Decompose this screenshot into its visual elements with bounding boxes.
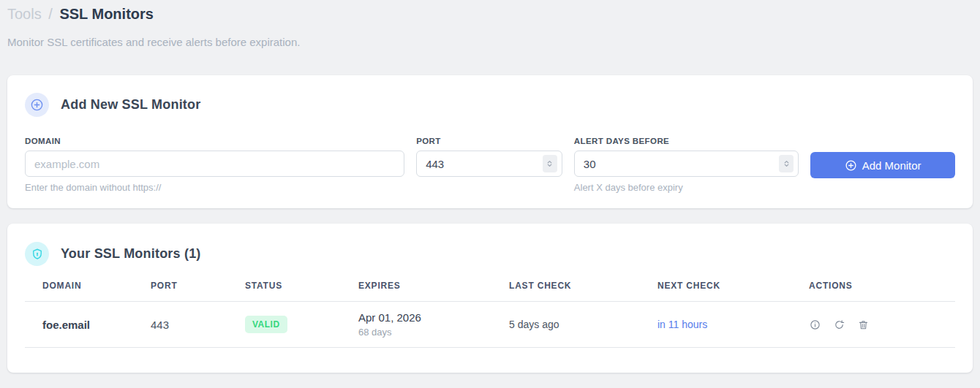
info-icon[interactable] (809, 319, 821, 330)
add-monitor-card-header: Add New SSL Monitor (25, 93, 955, 117)
plus-circle-icon (25, 93, 49, 117)
table-header-row: DOMAIN PORT STATUS EXPIRES LAST CHECK NE… (25, 270, 955, 302)
trash-icon[interactable] (857, 319, 869, 330)
row-actions (809, 319, 949, 330)
plus-circle-icon (845, 159, 857, 172)
page: Tools / SSL Monitors Monitor SSL certifi… (0, 0, 980, 373)
alert-days-hint: Alert X days before expiry (574, 182, 799, 193)
breadcrumb: Tools / SSL Monitors (7, 4, 973, 23)
add-monitor-card-title: Add New SSL Monitor (61, 97, 200, 113)
shield-lock-icon (25, 242, 49, 266)
alert-days-label: ALERT DAYS BEFORE (574, 137, 799, 145)
port-stepper[interactable] (543, 155, 557, 172)
add-monitor-button-label: Add Monitor (862, 159, 921, 172)
monitors-card-title: Your SSL Monitors (1) (61, 246, 201, 262)
alert-days-stepper[interactable] (779, 155, 794, 172)
column-header-status: STATUS (245, 270, 358, 302)
column-header-expires: EXPIRES (358, 270, 509, 302)
monitor-status-cell: VALID (245, 302, 358, 348)
breadcrumb-tools-link[interactable]: Tools (7, 6, 42, 22)
monitors-card-header: Your SSL Monitors (1) (25, 242, 955, 266)
add-monitor-form: DOMAIN Enter the domain without https://… (25, 137, 955, 193)
status-badge: VALID (245, 316, 287, 333)
monitor-actions-cell (809, 302, 955, 348)
domain-input[interactable] (25, 151, 404, 177)
monitor-next-check: in 11 hours (657, 302, 809, 348)
page-subtitle: Monitor SSL certificates and receive ale… (7, 36, 973, 48)
alert-days-field-group: ALERT DAYS BEFORE Alert X days before ex… (574, 137, 799, 193)
breadcrumb-separator: / (48, 6, 53, 22)
column-header-next-check: NEXT CHECK (657, 270, 809, 302)
monitor-domain: foe.email (25, 302, 151, 348)
column-header-actions: ACTIONS (809, 270, 955, 302)
column-header-port: PORT (151, 270, 245, 302)
expires-days-remaining: 68 days (358, 327, 503, 338)
domain-label: DOMAIN (25, 137, 404, 145)
domain-hint: Enter the domain without https:// (25, 182, 404, 193)
refresh-icon[interactable] (833, 319, 845, 330)
monitors-card: Your SSL Monitors (1) DOMAIN PORT STATUS… (7, 224, 973, 373)
column-header-domain: DOMAIN (25, 270, 151, 302)
monitors-table: DOMAIN PORT STATUS EXPIRES LAST CHECK NE… (25, 270, 955, 348)
expires-date: Apr 01, 2026 (358, 311, 503, 324)
alert-days-input[interactable] (574, 151, 799, 177)
domain-field-group: DOMAIN Enter the domain without https:// (25, 137, 404, 193)
page-title: SSL Monitors (59, 6, 154, 22)
port-input[interactable] (416, 151, 562, 177)
monitor-port: 443 (151, 302, 245, 348)
add-monitor-button[interactable]: Add Monitor (810, 152, 955, 178)
column-header-last-check: LAST CHECK (509, 270, 657, 302)
monitor-last-check: 5 days ago (509, 302, 657, 348)
add-monitor-card: Add New SSL Monitor DOMAIN Enter the dom… (7, 75, 973, 208)
monitor-expires-cell: Apr 01, 2026 68 days (358, 302, 509, 348)
port-label: PORT (416, 137, 562, 145)
table-row: foe.email 443 VALID Apr 01, 2026 68 days… (25, 302, 955, 348)
port-field-group: PORT (416, 137, 562, 177)
